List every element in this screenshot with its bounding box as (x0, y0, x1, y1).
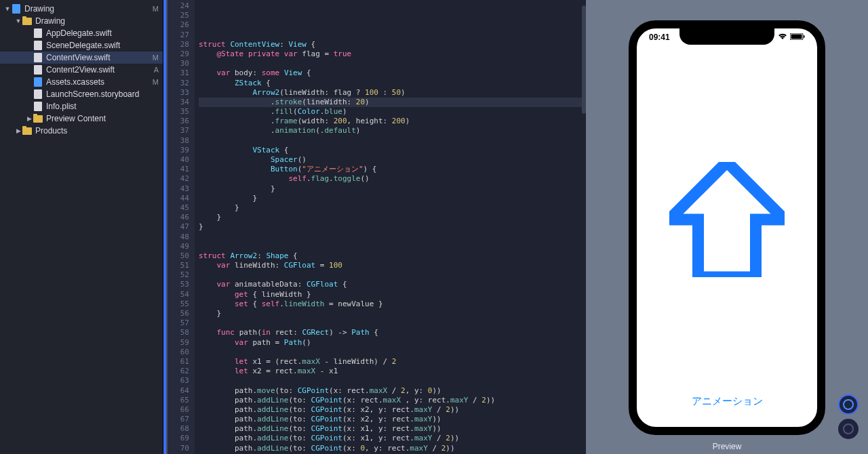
navigator-item-label: Assets.xcassets (46, 77, 149, 87)
navigator-item-label: Products (35, 126, 149, 136)
code-line[interactable] (199, 270, 586, 280)
navigator-item-label: AppDelegate.swift (46, 28, 149, 38)
arrow-shape (669, 162, 785, 277)
scm-status-badge: M (149, 54, 159, 62)
code-line[interactable]: ZStack { (199, 79, 586, 88)
code-line[interactable]: path.addLine(to: CGPoint(x: x2, y: rect.… (199, 415, 586, 424)
code-line[interactable]: path.addLine(to: CGPoint(x: x1, y: rect.… (199, 424, 586, 434)
sb-icon (33, 89, 43, 100)
preview-content: アニメーション (637, 53, 817, 427)
code-line[interactable]: Arrow2(lineWidth: flag ? 100 : 50) (199, 88, 586, 98)
code-line[interactable]: } (199, 222, 586, 232)
scm-status-badge: M (149, 78, 159, 86)
navigator-item[interactable]: LaunchScreen.storyboard (0, 88, 163, 100)
code-line[interactable]: } (199, 184, 586, 194)
code-line[interactable]: Spacer() (199, 155, 586, 165)
code-line[interactable]: @State private var flag = true (199, 49, 586, 59)
code-line[interactable]: .fill(Color.blue) (199, 107, 586, 117)
code-line[interactable]: let x2 = rect.maxX - x1 (199, 367, 586, 376)
code-line[interactable]: path.move(to: CGPoint(x: rect.maxX / 2, … (199, 386, 586, 396)
navigator-item[interactable]: ContentView.swiftM (0, 51, 163, 64)
battery-icon (790, 33, 805, 41)
asset-icon (33, 77, 43, 87)
canvas-inspect-button[interactable] (838, 419, 859, 439)
plist-icon (33, 101, 43, 112)
code-line[interactable] (199, 318, 586, 328)
code-line[interactable] (199, 136, 586, 146)
code-line[interactable]: } (199, 203, 586, 213)
navigator-item-label: LaunchScreen.storyboard (46, 89, 149, 99)
navigator-item-label: ContentView.swift (46, 53, 149, 62)
code-line[interactable]: var animatableData: CGFloat { (199, 280, 586, 289)
code-line[interactable]: let x1 = (rect.maxX - lineWidth) / 2 (199, 357, 586, 367)
code-line[interactable]: struct Arrow2: Shape { (199, 251, 586, 261)
navigator-item[interactable]: SceneDelegate.swift (0, 39, 163, 51)
scm-status-badge: M (149, 5, 159, 13)
project-navigator[interactable]: ▼DrawingM▼DrawingAppDelegate.swiftSceneD… (0, 0, 163, 454)
code-line[interactable]: func path(in rect: CGRect) -> Path { (199, 328, 586, 337)
line-number-gutter: 2425262728293031323334353637383940414243… (167, 0, 195, 454)
animation-button[interactable]: アニメーション (692, 395, 763, 408)
code-line[interactable] (199, 376, 586, 386)
navigator-item[interactable]: Content2View.swiftA (0, 64, 163, 76)
scm-status-badge: A (149, 66, 159, 74)
svg-rect-2 (804, 35, 805, 38)
code-line[interactable]: get { lineWidth } (199, 290, 586, 300)
code-line[interactable]: .stroke(lineWidth: 20) (199, 98, 586, 107)
swift-icon (33, 28, 43, 39)
navigator-item[interactable]: AppDelegate.swift (0, 27, 163, 39)
code-line[interactable]: self.flag.toggle() (199, 174, 586, 184)
navigator-item[interactable]: ▼DrawingM (0, 3, 163, 15)
disclosure-triangle-icon[interactable]: ▼ (4, 5, 11, 12)
navigator-item-label: SceneDelegate.swift (46, 41, 149, 50)
navigator-item-label: Drawing (24, 4, 149, 14)
code-line[interactable] (199, 242, 586, 251)
code-line[interactable]: path.addLine(to: CGPoint(x: 0, y: rect.m… (199, 444, 586, 453)
code-line[interactable]: } (199, 309, 586, 318)
code-line[interactable]: } (199, 213, 586, 222)
svg-rect-1 (791, 35, 802, 39)
code-line[interactable]: path.addLine(to: CGPoint(x: x2, y: rect.… (199, 405, 586, 415)
navigator-item-label: Preview Content (46, 114, 149, 123)
device-bezel: 09:41 アニメーション (629, 20, 825, 435)
preview-label: Preview (586, 442, 868, 451)
code-line[interactable] (199, 59, 586, 68)
code-line[interactable]: var path = Path() (199, 338, 586, 348)
code-line[interactable]: var body: some View { (199, 68, 586, 78)
code-line[interactable] (199, 30, 586, 40)
navigator-item[interactable]: Assets.xcassetsM (0, 76, 163, 88)
code-line[interactable]: path.addLine(to: CGPoint(x: x1, y: rect.… (199, 434, 586, 443)
code-line[interactable]: Button("アニメーション") { (199, 165, 586, 174)
code-line[interactable]: .animation(.default) (199, 126, 586, 136)
code-line[interactable]: VStack { (199, 146, 586, 155)
canvas-preview-panel: 09:41 アニメーション Preview (586, 0, 868, 454)
swift-icon (33, 52, 43, 63)
navigator-item[interactable]: ▶Products (0, 125, 163, 137)
swift-icon (33, 40, 43, 51)
disclosure-triangle-icon[interactable]: ▼ (15, 18, 22, 24)
code-line[interactable] (199, 232, 586, 242)
code-line[interactable]: path.addLine(to: CGPoint(x: rect.maxX , … (199, 396, 586, 405)
code-line[interactable]: set { self.lineWidth = newValue } (199, 300, 586, 309)
code-area[interactable]: struct ContentView: View { @State privat… (195, 0, 586, 454)
code-line[interactable] (199, 348, 586, 357)
disclosure-triangle-icon[interactable]: ▶ (26, 115, 33, 122)
disclosure-triangle-icon[interactable]: ▶ (15, 127, 22, 134)
code-line[interactable]: struct ContentView: View { (199, 40, 586, 49)
status-time: 09:41 (649, 33, 670, 42)
status-indicators (778, 33, 805, 42)
folder-icon (33, 113, 43, 124)
navigator-item[interactable]: ▶Preview Content (0, 112, 163, 125)
navigator-item-label: Info.plist (46, 102, 149, 111)
navigator-item-label: Drawing (35, 16, 149, 26)
code-line[interactable]: } (199, 194, 586, 203)
code-line[interactable]: var lineWidth: CGFloat = 100 (199, 261, 586, 270)
swift-icon (33, 64, 43, 75)
code-line[interactable]: .frame(width: 200, height: 200) (199, 117, 586, 126)
navigator-item[interactable]: ▼Drawing (0, 15, 163, 27)
navigator-item[interactable]: Info.plist (0, 100, 163, 112)
folder-icon (22, 125, 33, 136)
status-bar: 09:41 (637, 33, 817, 42)
canvas-live-button[interactable] (838, 394, 859, 415)
source-editor[interactable]: 2425262728293031323334353637383940414243… (163, 0, 586, 454)
